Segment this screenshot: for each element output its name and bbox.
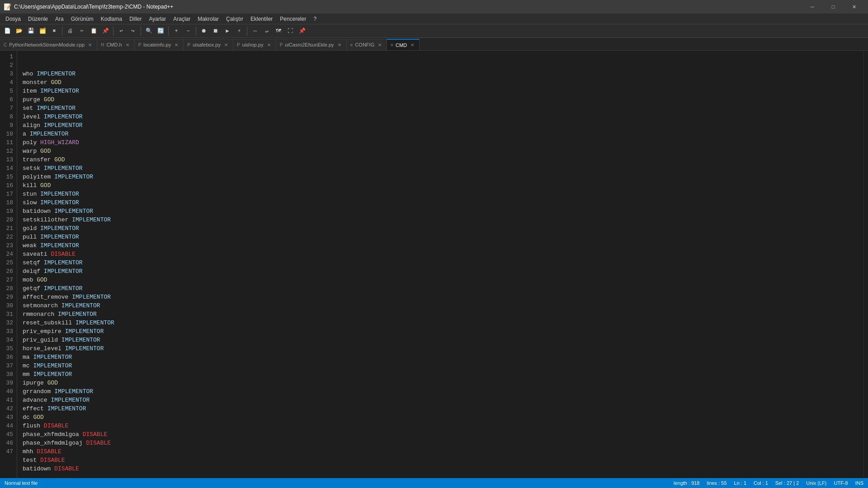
tab-uisafebox[interactable]: P uisafebox.py ✕ [184,39,233,50]
menu-help[interactable]: ? [310,14,320,24]
code-line-18: setskillother IMPLEMENTOR [23,216,863,224]
macro-stop[interactable]: ⏹ [210,26,221,37]
line-number-40: 40 [4,387,13,396]
code-line-8: a IMPLEMENTOR [23,130,863,138]
tab-close-4[interactable]: ✕ [223,42,229,48]
status-bar: Normal text file length : 918 lines : 55… [0,478,868,488]
find-button[interactable]: 🔍 [143,26,154,37]
line-number-15: 15 [4,173,13,181]
line-number-39: 39 [4,379,13,387]
menu-duzenle[interactable]: Düzenle [24,14,52,24]
menu-calistir[interactable]: Çalıştır [222,14,247,24]
title-bar-left: 📝 C:\Users\gsera\AppData\Local\Temp\fz3t… [4,3,173,10]
tab-close-2[interactable]: ✕ [124,42,131,48]
code-line-28: setmonarch IMPLEMENTOR [23,301,863,310]
menu-makrolar[interactable]: Makrolar [194,14,222,24]
save-all-button[interactable]: 🗂️ [37,26,48,37]
code-line-39: advance IMPLEMENTOR [23,396,863,404]
sep2 [113,27,113,36]
line-number-37: 37 [4,361,13,370]
status-ln: Ln : 1 [734,480,747,486]
line-number-22: 22 [4,233,13,241]
code-line-31: priv_empire IMPLEMENTOR [23,327,863,336]
line-number-46: 46 [4,439,13,447]
replace-button[interactable]: 🔄 [155,26,166,37]
tab-icon-4: P [187,42,190,47]
close-button-tb[interactable]: ✖ [49,26,60,37]
menu-eklentiler[interactable]: Eklentiler [247,14,276,24]
code-line-43: phase_xhfmdmlgoa DISABLE [23,430,863,439]
menu-dosya[interactable]: Dosya [2,14,24,24]
menu-diller[interactable]: Diller [126,14,145,24]
always-on-top[interactable]: 📌 [297,26,307,37]
print-button[interactable]: 🖨 [65,26,75,37]
cut-button[interactable]: ✂ [76,26,87,37]
new-button[interactable]: 📄 [2,26,13,37]
code-line-42: flush DISABLE [23,422,863,430]
title-bar: 📝 C:\Users\gsera\AppData\Local\Temp\fz3t… [0,0,868,14]
window-title: C:\Users\gsera\AppData\Local\Temp\fz3tem… [14,4,173,10]
line-number-34: 34 [4,336,13,344]
maximize-button[interactable]: □ [823,0,844,14]
copy-button[interactable]: 📋 [88,26,99,37]
tab-cmd[interactable]: ≡ CMD ✕ [387,39,420,50]
code-line-24: delqf IMPLEMENTOR [23,267,863,276]
menu-ayarlar[interactable]: Ayarlar [145,14,170,24]
redo-button[interactable]: ↪ [127,26,138,37]
doc-map[interactable]: 🗺 [273,26,284,37]
line-number-20: 20 [4,216,13,224]
code-line-35: mc IMPLEMENTOR [23,361,863,370]
zoom-out-button[interactable]: − [183,26,193,37]
open-button[interactable]: 📂 [14,26,24,37]
macro-record[interactable]: ⏺ [198,26,209,37]
code-line-32: priv_guild IMPLEMENTOR [23,336,863,344]
line-number-26: 26 [4,267,13,276]
zoom-in-button[interactable]: + [171,26,182,37]
tab-close-5[interactable]: ✕ [266,42,272,48]
run-button[interactable]: ⚡ [234,26,245,37]
code-line-44: phase_xhfmdmlgoaj DISABLE [23,439,863,447]
tab-uicasro[interactable]: P uiCasro2EfsunEkle.py ✕ [276,39,347,50]
tab-python-network[interactable]: C PythonNetworkStreamModule.cpp ✕ [0,39,97,50]
paste-button[interactable]: 📌 [100,26,111,37]
code-line-14: kill GOD [23,181,863,190]
line-number-13: 13 [4,155,13,164]
tab-config[interactable]: ≡ CONFIG ✕ [347,39,387,50]
tab-bar: C PythonNetworkStreamModule.cpp ✕ H CMD.… [0,38,868,51]
tab-close-3[interactable]: ✕ [173,42,179,48]
sync-scroll[interactable]: ↔ [250,26,260,37]
status-sel: Sel : 27 | 2 [775,480,799,486]
editor-area: 1234567891011121314151617181920212223242… [0,51,868,478]
menu-bar: Dosya Düzenle Ara Görünüm Kodlama Diller… [0,14,868,24]
word-wrap[interactable]: ↵ [261,26,272,37]
close-button[interactable]: ✕ [844,0,864,14]
tab-cmd-h[interactable]: H CMD.h ✕ [97,39,134,50]
undo-button[interactable]: ↩ [116,26,127,37]
save-button[interactable]: 💾 [25,26,36,37]
menu-kodlama[interactable]: Kodlama [97,14,126,24]
line-number-10: 10 [4,130,13,138]
menu-ara[interactable]: Ara [52,14,67,24]
tab-close-8[interactable]: ✕ [409,42,415,48]
menu-araclar[interactable]: Araçlar [170,14,194,24]
minimize-button[interactable]: ─ [802,0,823,14]
menu-pencereler[interactable]: Pencereler [276,14,310,24]
code-line-34: ma IMPLEMENTOR [23,353,863,361]
tab-close-1[interactable]: ✕ [87,42,93,48]
line-number-8: 8 [4,113,13,121]
macro-play[interactable]: ▶ [222,26,233,37]
line-number-24: 24 [4,250,13,258]
code-content[interactable]: who IMPLEMENTORmonster GODitem IMPLEMENT… [17,51,863,478]
menu-gorunum[interactable]: Görünüm [67,14,97,24]
tab-label-3: localeinfo.py [143,42,171,47]
line-number-41: 41 [4,396,13,404]
tab-localeinfo[interactable]: P localeinfo.py ✕ [135,39,184,50]
code-line-27: affect_remove IMPLEMENTOR [23,293,863,301]
code-line-20: pull IMPLEMENTOR [23,233,863,241]
tab-close-6[interactable]: ✕ [336,42,343,48]
tab-close-7[interactable]: ✕ [377,42,383,48]
line-number-19: 19 [4,207,13,216]
fullscreen[interactable]: ⛶ [285,26,296,37]
code-line-3: item IMPLEMENTOR [23,87,863,95]
tab-uishop[interactable]: P uishop.py ✕ [233,39,276,50]
